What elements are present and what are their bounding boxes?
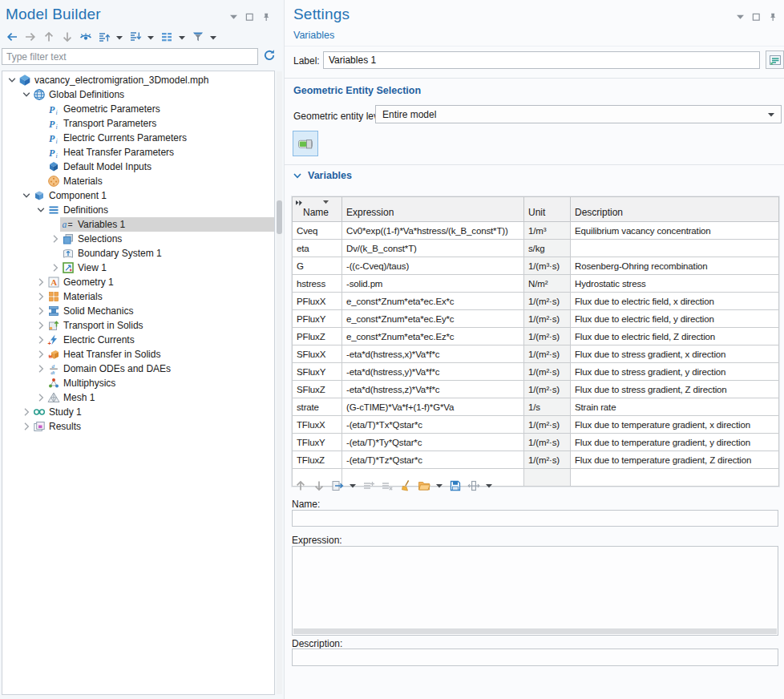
expand-all-dropdown-caret[interactable]: [115, 34, 124, 41]
cell-expression[interactable]: -eta*d(hstress,x)*Va*f*c: [342, 345, 524, 363]
expand-node-icon[interactable]: [34, 333, 47, 346]
cell-expression[interactable]: -eta*d(hstress,y)*Va*f*c: [342, 363, 524, 381]
expand-node-icon[interactable]: [34, 305, 47, 317]
show-button[interactable]: [78, 30, 93, 45]
fit-column-widths-button[interactable]: [466, 478, 481, 493]
cell-expression[interactable]: (G-cTIME)*Va*f+(1-f)*G*Va: [342, 398, 524, 416]
selection-active-toggle-button[interactable]: [293, 131, 318, 156]
cell-description[interactable]: Strain rate: [571, 398, 779, 416]
cell-expression[interactable]: -solid.pm: [342, 275, 524, 293]
tree-item-heat-transfer-in-solids[interactable]: Heat Transfer in Solids: [2, 347, 274, 362]
cell-expression[interactable]: Dv/(k_B_const*T): [342, 240, 524, 257]
expression-textarea[interactable]: [293, 547, 778, 628]
cell-name[interactable]: G: [293, 257, 342, 275]
tree-item-solid-mechanics[interactable]: Solid Mechanics: [2, 304, 274, 318]
tree-item-transport-in-solids[interactable]: Transport in Solids: [2, 318, 274, 333]
model-tree-node-text-dropdown-caret[interactable]: [177, 34, 187, 41]
tree-item-transport-parameters[interactable]: PiTransport Parameters: [2, 116, 274, 131]
column-header-name[interactable]: Name: [293, 197, 342, 222]
cell-name[interactable]: SFluxY: [293, 363, 342, 381]
tree-item-heat-transfer-parameters[interactable]: PiHeat Transfer Parameters: [2, 145, 274, 160]
name-input[interactable]: [292, 510, 778, 527]
collapse-node-icon[interactable]: [20, 189, 33, 202]
tree-scrollbar-track[interactable]: [277, 71, 282, 694]
panel-menu-icon[interactable]: [229, 14, 238, 20]
cell-expression[interactable]: -(eta/T)*Ty*Qstar*c: [342, 434, 524, 451]
float-panel-icon[interactable]: [245, 13, 254, 22]
float-panel-icon[interactable]: [752, 13, 761, 22]
cell-name[interactable]: TFluxY: [293, 434, 342, 451]
cell-description[interactable]: Flux due to stress gradient, y direction: [571, 363, 779, 381]
description-input[interactable]: [292, 648, 778, 666]
cell-unit[interactable]: [524, 469, 571, 487]
cell-description[interactable]: Rosenberg-Ohring recombination: [571, 257, 779, 275]
collapse-all-button[interactable]: [127, 30, 143, 45]
expression-hscrollbar[interactable]: [293, 628, 777, 634]
filter-button[interactable]: [190, 30, 205, 45]
collapse-node-icon[interactable]: [6, 74, 18, 87]
add-row-button[interactable]: [361, 478, 376, 493]
back-button[interactable]: [4, 30, 19, 45]
cell-name[interactable]: PFluxZ: [293, 328, 342, 345]
cell-description[interactable]: Hydrostatic stress: [571, 275, 779, 293]
cell-expression[interactable]: -((c-Cveq)/taus): [342, 257, 524, 275]
move-down-button[interactable]: [59, 30, 75, 45]
move-row-up-button[interactable]: [293, 478, 308, 493]
cell-unit[interactable]: N/m²: [524, 275, 571, 293]
cell-name[interactable]: TFluxX: [293, 416, 342, 434]
cell-description[interactable]: Equilibrium vacancy concentration: [571, 222, 779, 240]
cell-unit[interactable]: 1/(m²·s): [524, 416, 571, 434]
edit-label-button[interactable]: [766, 51, 784, 69]
cell-expression[interactable]: e_const*Znum*eta*ec.Ey*c: [342, 310, 524, 328]
move-row-down-button[interactable]: [311, 478, 326, 493]
cell-expression[interactable]: -(eta/T)*Tx*Qstar*c: [342, 416, 524, 434]
cell-description[interactable]: [571, 240, 779, 257]
cell-description[interactable]: Flux due to stress gradient, x direction: [571, 345, 779, 363]
cell-unit[interactable]: 1/(m²·s): [524, 451, 571, 469]
cell-unit[interactable]: 1/(m²·s): [524, 310, 571, 328]
tree-item-geometry-1[interactable]: AGeometry 1: [2, 275, 274, 289]
expand-node-icon[interactable]: [34, 276, 47, 289]
collapse-all-dropdown-caret[interactable]: [146, 34, 156, 41]
clear-table-button[interactable]: [398, 478, 413, 493]
column-header-unit[interactable]: Unit: [524, 197, 571, 222]
cell-expression[interactable]: e_const*Znum*eta*ec.Ez*c: [342, 328, 524, 345]
refresh-icon[interactable]: [263, 49, 277, 63]
cell-description[interactable]: Flux due to electric field, Z direction: [571, 328, 779, 345]
cell-expression[interactable]: -eta*d(hstress,z)*Va*f*c: [342, 381, 524, 398]
tree-item-view-1[interactable]: View 1: [2, 261, 274, 275]
model-tree-node-text-button[interactable]: [159, 30, 174, 45]
tree-item-materials[interactable]: Materials: [2, 174, 274, 188]
cell-name[interactable]: PFluxX: [293, 293, 342, 310]
expand-node-icon[interactable]: [20, 406, 33, 418]
tree-item-multiphysics[interactable]: Multiphysics: [2, 376, 274, 390]
cell-unit[interactable]: 1/(m²·s): [524, 381, 571, 398]
tree-item-geometric-parameters[interactable]: PiGeometric Parameters: [2, 102, 274, 116]
expand-node-icon[interactable]: [34, 290, 47, 303]
move-to-button[interactable]: [329, 478, 345, 493]
cell-description[interactable]: Flux due to stress gradient, Z direction: [571, 381, 779, 398]
fit-column-widths-dropdown-caret[interactable]: [484, 482, 494, 489]
panel-menu-icon[interactable]: [736, 14, 745, 20]
tree-item-default-model-inputs[interactable]: Default Model Inputs: [2, 160, 274, 174]
cell-unit[interactable]: 1/(m²·s): [524, 345, 571, 363]
cell-name[interactable]: Cveq: [293, 222, 342, 240]
tree-item-domain-odes-and-daes[interactable]: ddtDomain ODEs and DAEs: [2, 362, 274, 376]
cell-unit[interactable]: 1/(m³·s): [524, 257, 571, 275]
cell-unit[interactable]: 1/m³: [524, 222, 571, 240]
collapse-node-icon[interactable]: [20, 88, 33, 101]
pin-panel-icon[interactable]: [768, 12, 778, 22]
cell-name[interactable]: SFluxX: [293, 345, 342, 363]
cell-name[interactable]: hstress: [293, 275, 342, 293]
forward-button[interactable]: [22, 30, 38, 45]
cell-unit[interactable]: 1/s: [524, 398, 571, 416]
cell-description[interactable]: Flux due to temperature gradient, x dire…: [571, 416, 779, 434]
expand-node-icon[interactable]: [49, 261, 62, 274]
save-to-file-button[interactable]: [447, 478, 463, 493]
pin-panel-icon[interactable]: [261, 12, 271, 22]
tree-item-mesh-1[interactable]: Mesh 1: [2, 390, 274, 405]
tree-item-definitions[interactable]: Definitions: [2, 203, 274, 217]
tree-item-study-1[interactable]: Study 1: [2, 405, 274, 419]
tree-item-component-1[interactable]: Component 1: [2, 188, 274, 203]
expand-node-icon[interactable]: [49, 232, 62, 245]
